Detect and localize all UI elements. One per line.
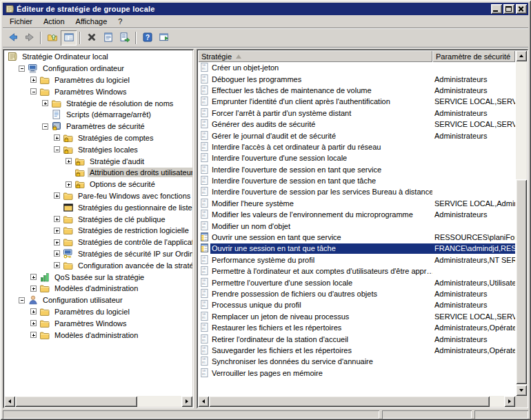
up-one-level-button[interactable] — [44, 30, 60, 46]
table-row[interactable]: 1001Sauvegarder les fichiers et les répe… — [198, 345, 515, 356]
table-row[interactable]: 1001Interdire l'ouverture de session par… — [198, 186, 515, 197]
maximize-button[interactable] — [503, 4, 514, 14]
expand-plus-icon[interactable] — [54, 250, 60, 257]
delete-button[interactable] — [83, 30, 99, 46]
expand-plus-icon[interactable] — [54, 239, 60, 246]
tree-item[interactable]: Paramètres du logiciel — [4, 306, 192, 318]
table-row[interactable]: 1001Forcer l'arrêt à partir d'un système… — [198, 108, 515, 119]
menu-affichage[interactable]: Affichage — [70, 16, 113, 27]
tree-item[interactable]: Paramètres Windows — [4, 317, 192, 329]
table-row[interactable]: 1001Prendre possession de fichiers ou d'… — [198, 288, 515, 299]
tree-item[interactable]: Configuration ordinateur — [4, 63, 192, 74]
expand-plus-icon[interactable] — [54, 192, 60, 199]
tree-item[interactable]: Stratégie d'audit — [4, 155, 192, 167]
export-list-button[interactable] — [117, 30, 132, 46]
tree-item[interactable]: QoS basée sur la stratégie — [4, 271, 192, 283]
table-row[interactable]: 1001Interdire l'accès à cet ordinateur à… — [198, 141, 515, 152]
scroll-thumb[interactable] — [15, 396, 137, 407]
table-row[interactable]: 1001Interdire l'ouverture de session en … — [198, 164, 515, 175]
tree-item[interactable]: Configuration avancée de la stratégi — [4, 259, 192, 271]
menu-fichier[interactable]: Fichier — [4, 16, 38, 27]
tree-item[interactable]: Stratégies de contrôle de l'application — [4, 237, 192, 248]
table-row[interactable]: 1001Retirer l'ordinateur de la station d… — [198, 333, 515, 344]
tree-item[interactable]: Stratégies de restriction logicielle — [4, 225, 192, 237]
collapse-minus-icon[interactable] — [19, 66, 25, 72]
expand-plus-icon[interactable] — [30, 308, 37, 314]
forward-button[interactable] — [21, 30, 37, 46]
table-row[interactable]: 1001Permettre à l'ordinateur et aux comp… — [198, 266, 515, 277]
table-row[interactable]: 1001Interdire l'ouverture de session en … — [198, 175, 515, 186]
back-button[interactable] — [5, 30, 21, 46]
expand-plus-icon[interactable] — [66, 158, 72, 164]
expand-plus-icon[interactable] — [42, 100, 48, 106]
table-row[interactable]: 1001Emprunter l'identité d'un client apr… — [198, 96, 515, 107]
scroll-right-button[interactable] — [504, 396, 515, 407]
tree-item[interactable]: Stratégies du gestionnaire de listes d — [4, 201, 192, 213]
column-header-parametre[interactable]: Paramètre de sécurité — [432, 50, 515, 62]
collapse-minus-icon[interactable] — [19, 297, 25, 303]
tree-item[interactable]: Paramètres du logiciel — [4, 74, 192, 86]
list-horizontal-scrollbar[interactable] — [198, 396, 515, 407]
tree-item[interactable]: Pare-feu Windows avec fonctions av — [4, 190, 192, 202]
collapse-minus-icon[interactable] — [30, 88, 37, 94]
expand-plus-icon[interactable] — [54, 262, 60, 268]
table-row[interactable]: 1001Générer des audits de sécuritéSERVIC… — [198, 119, 515, 130]
table-row[interactable]: 1001Gérer le journal d'audit et de sécur… — [198, 130, 515, 141]
expand-plus-icon[interactable] — [30, 77, 37, 83]
table-row[interactable]: 1001Synchroniser les données du service … — [198, 356, 515, 367]
tree-item[interactable]: Attribution des droits utilisateur — [4, 167, 192, 179]
tree-horizontal-scrollbar[interactable] — [4, 396, 192, 407]
expand-plus-icon[interactable] — [30, 320, 37, 326]
table-row[interactable]: 1001Permettre l'ouverture d'une session … — [198, 277, 515, 288]
menu-help[interactable]: ? — [112, 16, 128, 27]
table-row[interactable]: 1001Modifier les valeurs de l'environnem… — [198, 209, 515, 220]
expand-plus-icon[interactable] — [54, 216, 60, 222]
tree-item[interactable]: Stratégie de résolution de noms — [4, 97, 192, 109]
scroll-down-button[interactable] — [516, 385, 527, 396]
scroll-left-button[interactable] — [198, 396, 209, 407]
scroll-thumb[interactable] — [516, 179, 527, 384]
table-row[interactable]: 1001Restaurer les fichiers et les répert… — [198, 322, 515, 333]
list-vertical-scrollbar[interactable] — [515, 50, 527, 396]
tree-item[interactable]: Stratégies de sécurité IP sur Ordinat — [4, 248, 192, 260]
table-row[interactable]: 1001Remplacer un jeton de niveau process… — [198, 311, 515, 322]
menu-action[interactable]: Action — [38, 16, 70, 27]
expand-plus-icon[interactable] — [30, 332, 37, 338]
table-row[interactable]: 1001Performance système du profilAdminis… — [198, 254, 515, 266]
table-row[interactable]: 1001Verrouiller les pages en mémoire — [198, 368, 515, 379]
tree-item[interactable]: Configuration utilisateur — [4, 294, 192, 306]
tree-item[interactable]: Paramètres Windows — [4, 86, 192, 97]
collapse-minus-icon[interactable] — [42, 123, 48, 130]
tree-item[interactable]: Stratégies de comptes — [4, 132, 192, 144]
expand-plus-icon[interactable] — [66, 181, 72, 188]
close-button[interactable] — [516, 4, 527, 14]
table-row[interactable]: 1001Déboguer les programmesAdministrateu… — [198, 73, 515, 84]
tree-item[interactable]: Modèles d'administration — [4, 329, 192, 341]
expand-plus-icon[interactable] — [54, 228, 60, 234]
table-row[interactable]: 1001Interdire l'ouverture d'une session … — [198, 152, 515, 163]
show-hide-console-tree-button[interactable] — [61, 30, 77, 46]
expand-plus-icon[interactable] — [30, 274, 37, 280]
tree-item[interactable]: Scripts (démarrage/arrêt) — [4, 109, 192, 121]
table-row[interactable]: 1001Effectuer les tâches de maintenance … — [198, 85, 515, 96]
table-row[interactable]: 1001Créer un objet-jeton — [198, 62, 515, 73]
table-row[interactable]: 1001Modifier un nom d'objet — [198, 220, 515, 231]
scroll-up-button[interactable] — [516, 50, 527, 61]
table-row[interactable]: 1001Modifier l'heure systèmeSERVICE LOCA… — [198, 198, 515, 209]
table-row[interactable]: Ouvrir une session en tant que tâcheFRAN… — [198, 243, 515, 254]
scroll-thumb[interactable] — [209, 396, 490, 407]
new-window-button[interactable] — [156, 30, 172, 46]
expand-plus-icon[interactable] — [54, 134, 60, 141]
properties-button[interactable] — [100, 30, 116, 46]
table-row[interactable]: Ouvrir une session en tant que serviceRE… — [198, 232, 515, 243]
collapse-minus-icon[interactable] — [54, 146, 60, 152]
table-row[interactable]: 1001Processus unique du profilAdministra… — [198, 299, 515, 310]
tree-item[interactable]: Stratégies locales — [4, 143, 192, 155]
help-button[interactable]: ? — [139, 30, 155, 46]
tree-item[interactable]: Modèles d'administration — [4, 283, 192, 294]
tree-item[interactable]: Paramètres de sécurité — [4, 121, 192, 132]
column-header-strategie[interactable]: Stratégie — [198, 50, 432, 62]
scroll-right-button[interactable] — [181, 396, 192, 407]
scroll-left-button[interactable] — [4, 396, 15, 407]
tree-item[interactable]: Stratégies de clé publique — [4, 213, 192, 225]
